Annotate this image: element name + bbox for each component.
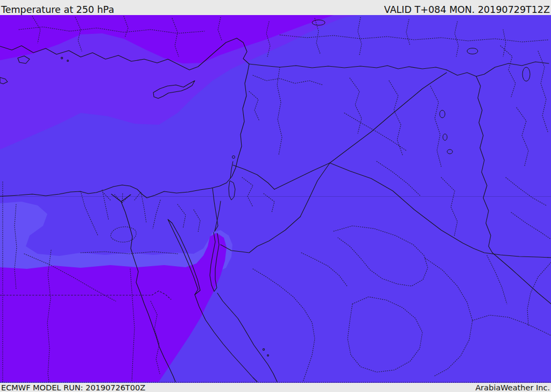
header-bar: Temperature at 250 hPa VALID T+084 MON. … [0,0,551,15]
credit-label: ArabiaWeather Inc. [475,384,550,392]
weather-map [0,15,551,383]
map-title: Temperature at 250 hPa [1,5,114,15]
temperature-fill-layer [0,15,551,383]
footer-bar: ECMWF MODEL RUN: 20190726T00Z ArabiaWeat… [0,383,551,392]
model-run-label: ECMWF MODEL RUN: 20190726T00Z [1,384,145,392]
valid-time-label: VALID T+084 MON. 20190729T12Z [384,5,550,15]
